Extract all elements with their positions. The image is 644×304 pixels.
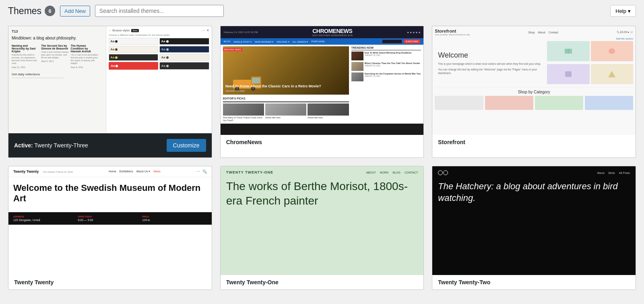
svg-point-7 xyxy=(609,48,615,54)
theme-name: Storefront xyxy=(432,135,636,149)
theme-name: ChromeNews xyxy=(221,135,424,149)
svg-rect-8 xyxy=(565,71,572,77)
chrome-search[interactable] xyxy=(382,39,402,43)
active-theme-label: Active: Twenty Twenty-Three xyxy=(14,142,88,149)
theme-card-twenty-twenty-two[interactable]: About Birds All Posts The Hatchery: a bl… xyxy=(432,166,636,290)
menu-icon: ⋯ xyxy=(196,170,200,174)
themes-header: Themes 6 Add New Help ▾ xyxy=(0,0,644,22)
theme-card-storefront[interactable]: Storefront Just another WooCommerce site… xyxy=(432,26,636,158)
chrome-sidebar: TRENDING NOW How To Write Award Winning … xyxy=(351,46,421,122)
theme-preview: Twenty Twenty The Default Theme for 2020… xyxy=(8,166,212,275)
theme-preview: About Birds All Posts The Hatchery: a bl… xyxy=(432,166,636,275)
theme-card-chromenews[interactable]: February 14, 2022 12:07:16 PM CHROMENEWS… xyxy=(220,26,424,158)
search-input[interactable] xyxy=(95,5,224,17)
theme-preview: T13 About Books All Posts ← Browse style… xyxy=(8,26,212,135)
tt3-logo: T13 xyxy=(12,29,18,33)
active-theme-footer: Active: Twenty Twenty-Three Customize xyxy=(8,133,212,157)
theme-name: Twenty Twenty xyxy=(8,275,212,290)
help-button[interactable]: Help ▾ xyxy=(610,5,636,17)
svg-rect-2 xyxy=(252,78,260,83)
tt3-styles-panel: ← Browse styles Beta ⋯ ✕ Choose a differ… xyxy=(106,26,211,135)
page-title: Themes 6 xyxy=(8,6,55,17)
chrome-featured: BREAKING NEWS xyxy=(223,46,349,122)
theme-card-twenty-twenty[interactable]: Twenty Twenty The Default Theme for 2020… xyxy=(8,166,212,290)
theme-name: Twenty Twenty-One xyxy=(221,275,424,290)
theme-name: Twenty Twenty-Two xyxy=(432,275,636,290)
theme-card-twenty-twenty-one[interactable]: TWENTY TWENTY-ONE ABOUT WORK BLOG CONTAC… xyxy=(220,166,424,290)
themes-grid: T13 About Books All Posts ← Browse style… xyxy=(0,22,644,298)
theme-card-twenty-twenty-three[interactable]: T13 About Books All Posts ← Browse style… xyxy=(8,26,212,158)
theme-count-badge: 6 xyxy=(45,6,55,16)
svg-marker-9 xyxy=(608,71,615,77)
chevron-down-icon: ▾ xyxy=(628,8,631,14)
theme-preview: Storefront Just another WooCommerce site… xyxy=(432,26,636,135)
theme-preview: TWENTY TWENTY-ONE ABOUT WORK BLOG CONTAC… xyxy=(221,166,424,275)
customize-button[interactable]: Customize xyxy=(167,139,206,152)
search-icon: 🔍 xyxy=(202,170,207,174)
theme-preview: February 14, 2022 12:07:16 PM CHROMENEWS… xyxy=(221,26,424,135)
add-new-button[interactable]: Add New xyxy=(60,6,90,17)
